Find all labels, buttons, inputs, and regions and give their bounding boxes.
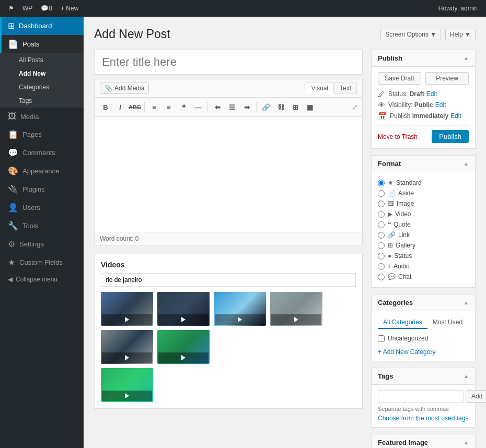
- video-thumbnail[interactable]: [101, 292, 153, 326]
- choose-from-most-used-link[interactable]: Choose from the most used tags: [378, 415, 468, 422]
- help-button[interactable]: Help ▼: [445, 29, 476, 40]
- submenu-tags[interactable]: Tags: [0, 94, 84, 108]
- align-center-button[interactable]: ☰: [225, 100, 239, 114]
- site-name-bar[interactable]: WP: [18, 0, 37, 17]
- format-item-gallery[interactable]: ⊞ Gallery: [378, 240, 469, 251]
- align-right-button[interactable]: ➡: [240, 100, 253, 114]
- publish-button[interactable]: Publish: [432, 130, 469, 143]
- format-radio-audio[interactable]: [378, 263, 385, 270]
- insert-readmore-button[interactable]: ⊞: [288, 100, 302, 114]
- format-radio-video[interactable]: [378, 211, 385, 218]
- visibility-icon: 👁: [378, 101, 385, 109]
- publish-time-edit-link[interactable]: Edit: [450, 112, 461, 120]
- submenu-add-new[interactable]: Add New: [0, 67, 84, 80]
- video-thumbnail[interactable]: [157, 330, 210, 364]
- format-item-status[interactable]: ● Status: [378, 251, 469, 261]
- tab-visual[interactable]: Visual: [306, 82, 334, 94]
- status-edit-link[interactable]: Edit: [426, 90, 437, 98]
- categories-panel-title: Categories: [378, 299, 413, 306]
- format-radio-quote[interactable]: [378, 221, 385, 228]
- categories-panel-toggle: ▲: [464, 300, 469, 305]
- editor-body[interactable]: [95, 117, 362, 232]
- chat-icon: 💬: [388, 273, 396, 280]
- format-item-chat[interactable]: 💬 Chat: [378, 272, 469, 282]
- tab-text[interactable]: Text: [334, 82, 357, 94]
- submenu-categories[interactable]: Categories: [0, 80, 84, 94]
- sidebar-item-tools[interactable]: 🔧 Tools: [0, 217, 84, 235]
- video-thumbnail[interactable]: [270, 292, 322, 326]
- italic-button[interactable]: I: [113, 100, 127, 114]
- ul-button[interactable]: ≡: [147, 100, 161, 114]
- visibility-edit-link[interactable]: Edit: [435, 101, 446, 109]
- submenu-all-posts[interactable]: All Posts: [0, 53, 84, 67]
- wp-logo[interactable]: ⚑: [4, 0, 18, 17]
- preview-button[interactable]: Preview: [425, 72, 469, 85]
- add-media-button[interactable]: 📎 Add Media: [100, 82, 149, 94]
- sidebar-item-comments[interactable]: 💬 Comments: [0, 144, 84, 162]
- format-item-image[interactable]: 🖼 Image: [378, 198, 469, 209]
- format-item-aside[interactable]: 📄 Aside: [378, 188, 469, 198]
- format-radio-image[interactable]: [378, 201, 385, 207]
- bold-button[interactable]: B: [99, 100, 112, 114]
- sidebar-item-media[interactable]: 🖼 Media: [0, 108, 84, 125]
- video-thumbnail[interactable]: [101, 330, 153, 364]
- sidebar-item-posts[interactable]: 📄 Posts: [0, 35, 84, 53]
- format-item-audio[interactable]: ♪ Audio: [378, 261, 469, 272]
- add-tag-button[interactable]: Add: [466, 390, 486, 403]
- sidebar-item-plugins[interactable]: 🔌 Plugins: [0, 180, 84, 198]
- sidebar-item-custom-fields[interactable]: ★ Custom Fields: [0, 253, 84, 272]
- site-name-label: WP: [22, 5, 32, 12]
- align-left-button[interactable]: ⬅: [211, 100, 224, 114]
- format-item-link[interactable]: 🔗 Link: [378, 230, 469, 240]
- sidebar-item-users[interactable]: 👤 Users: [0, 198, 84, 217]
- format-item-quote[interactable]: ❝ Quote: [378, 219, 469, 230]
- collapse-menu-btn[interactable]: ◀ Collapse menu: [0, 272, 84, 287]
- sidebar-item-dashboard[interactable]: ⊞ Dashboard: [0, 17, 84, 35]
- hr-button[interactable]: —: [191, 100, 205, 114]
- publish-panel-header[interactable]: Publish ▲: [372, 50, 475, 67]
- tag-input-row: Add: [378, 390, 469, 403]
- sidebar-item-appearance[interactable]: 🎨 Appearance: [0, 162, 84, 180]
- tag-input[interactable]: [378, 390, 464, 403]
- categories-panel-header[interactable]: Categories ▲: [372, 294, 475, 311]
- format-radio-aside[interactable]: [378, 190, 385, 197]
- category-label-uncategorized: Uncategorized: [388, 335, 428, 342]
- unlink-button[interactable]: ⛓: [274, 100, 287, 114]
- sidebar-item-pages[interactable]: 📋 Pages: [0, 125, 84, 144]
- add-new-category-link[interactable]: + Add New Category: [378, 348, 435, 356]
- post-title-input[interactable]: [94, 50, 363, 75]
- sidebar-item-label: Media: [20, 113, 39, 121]
- comments-bar[interactable]: 💬 0: [37, 0, 56, 17]
- format-radio-standard[interactable]: [378, 180, 385, 186]
- aside-icon: 📄: [388, 190, 396, 197]
- expand-editor-icon[interactable]: ⤢: [352, 103, 358, 111]
- table-button[interactable]: ▦: [303, 100, 317, 114]
- video-thumbnail[interactable]: [214, 292, 266, 326]
- tab-most-used[interactable]: Most Used: [427, 316, 468, 329]
- format-panel-header[interactable]: Format ▲: [372, 156, 475, 172]
- format-radio-chat[interactable]: [378, 274, 385, 280]
- ol-button[interactable]: ≡: [162, 100, 176, 114]
- format-item-video[interactable]: ▶ Video: [378, 209, 469, 219]
- video-thumbnail[interactable]: [101, 368, 153, 402]
- save-draft-button[interactable]: Save Draft: [378, 72, 421, 85]
- blockquote-button[interactable]: ❝: [177, 100, 190, 114]
- tags-panel-header[interactable]: Tags ▲: [372, 368, 475, 385]
- link-button[interactable]: 🔗: [259, 100, 273, 114]
- sidebar-item-settings[interactable]: ⚙ Settings: [0, 235, 84, 253]
- video-thumbnail[interactable]: [157, 292, 210, 326]
- strikethrough-button[interactable]: ABC: [128, 100, 142, 114]
- category-item-uncategorized[interactable]: Uncategorized: [378, 333, 469, 344]
- category-checkbox-uncategorized[interactable]: [378, 335, 385, 342]
- format-radio-link[interactable]: [378, 232, 385, 239]
- screen-options-button[interactable]: Screen Options ▼: [380, 29, 441, 40]
- new-bar[interactable]: + New: [56, 0, 83, 17]
- dashboard-icon: ⊞: [8, 21, 15, 31]
- tab-all-categories[interactable]: All Categories: [378, 316, 427, 329]
- video-search-input[interactable]: [101, 273, 356, 287]
- format-item-standard[interactable]: ★ Standard: [378, 178, 469, 188]
- move-to-trash-link[interactable]: Move to Trash: [378, 133, 418, 140]
- format-radio-status[interactable]: [378, 253, 385, 260]
- format-radio-gallery[interactable]: [378, 242, 385, 249]
- featured-image-panel-header[interactable]: Featured Image ▲: [372, 434, 475, 448]
